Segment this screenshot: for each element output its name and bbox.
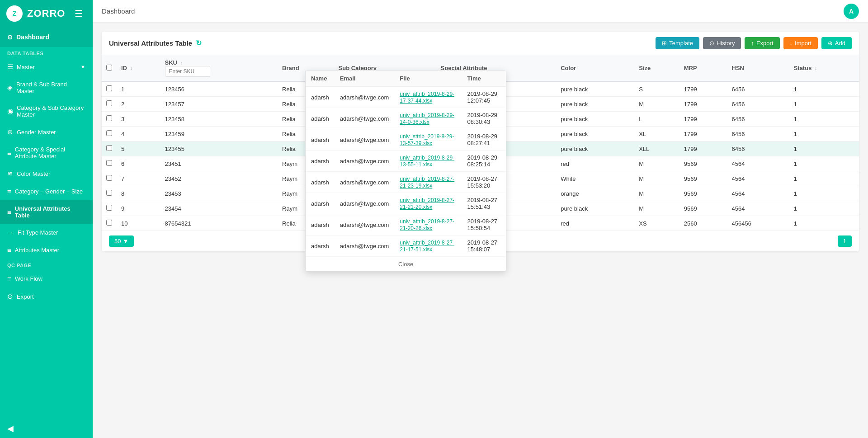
cell-id: 2: [117, 97, 160, 112]
file-link[interactable]: univ_attrib_2019-8-27-21-20-26.xlsx: [400, 218, 454, 231]
logo-icon: Z: [6, 5, 23, 22]
row-checkbox[interactable]: [106, 220, 112, 226]
table-header: Universal Attributes Table ↻ ⊞ Template …: [102, 32, 859, 55]
history-table-head: Name Email File Time: [306, 71, 506, 87]
row-checkbox[interactable]: [106, 85, 112, 91]
cell-color: orange: [556, 186, 634, 201]
history-cell-file[interactable]: univ_attrib_2019-8-27-21-20-26.xlsx: [394, 214, 462, 235]
history-cell-file[interactable]: univ_sttrib_2019-8-29-13-57-39.xlsx: [394, 129, 462, 151]
sidebar-item-color[interactable]: ≋ Color Master: [0, 165, 93, 183]
cell-sku: 87654321: [160, 216, 278, 231]
page-number-button[interactable]: 1: [838, 235, 852, 247]
sidebar-item-special[interactable]: ≡ Category & Special Attribute Master: [0, 141, 93, 165]
sku-filter-input[interactable]: [165, 66, 210, 77]
sidebar-item-category[interactable]: ◉ Category & Sub Category Master: [0, 99, 93, 123]
sidebar-item-fit-type[interactable]: → Fit Type Master: [0, 224, 93, 241]
sidebar-item-universal[interactable]: ≡ Universal Attributes Table: [0, 200, 93, 224]
file-link[interactable]: univ_attrib_2019-8-29-17-37-44.xlsx: [400, 91, 454, 104]
cell-id: 7: [117, 171, 160, 186]
sidebar-item-workflow[interactable]: ≡ Work Flow: [0, 270, 93, 287]
export-button[interactable]: ↑ Export: [745, 37, 779, 49]
cat-gender-size-label: Category – Gender – Size: [15, 188, 83, 195]
row-checkbox[interactable]: [106, 100, 112, 106]
sidebar-item-brand[interactable]: ◈ Brand & Sub Brand Master: [0, 76, 93, 99]
row-checkbox[interactable]: [106, 115, 112, 121]
col-status: Status ↕: [789, 55, 859, 81]
collapse-sidebar-btn[interactable]: ◀: [0, 419, 93, 438]
history-cell-email: adarsh@twge.com: [335, 151, 395, 172]
page-size-value: 50: [114, 238, 121, 245]
history-cell-time: 2019-08-29 12:07:45: [462, 87, 506, 108]
sidebar-item-master[interactable]: ☰ Master ▼: [0, 58, 93, 76]
history-cell-email: adarsh@twge.com: [335, 214, 395, 235]
history-cell-file[interactable]: univ_attrib_2019-8-27-21-17-51.xlsx: [394, 235, 462, 257]
content-area: Universal Attributes Table ↻ ⊞ Template …: [93, 23, 868, 438]
cell-size: S: [634, 81, 679, 97]
history-cell-file[interactable]: univ_attrib_2019-8-29-17-37-44.xlsx: [394, 87, 462, 108]
cell-status: 1: [789, 141, 859, 156]
row-checkbox[interactable]: [106, 205, 112, 211]
cell-sku: 123457: [160, 97, 278, 112]
cell-hsn: 6456: [727, 81, 789, 97]
row-checkbox[interactable]: [106, 130, 112, 136]
cell-mrp: 1799: [679, 112, 727, 127]
master-icon: ☰: [7, 63, 13, 71]
history-row: adarsh adarsh@twge.com univ_attrib_2019-…: [306, 214, 506, 235]
history-cell-file[interactable]: univ_attrib_2019-8-29-13-55-11.xlsx: [394, 151, 462, 172]
refresh-icon[interactable]: ↻: [196, 39, 202, 47]
sidebar-item-cat-gender-size[interactable]: ≡ Category – Gender – Size: [0, 183, 93, 200]
hamburger-icon[interactable]: ☰: [71, 8, 86, 19]
history-cell-name: adarsh: [306, 193, 335, 214]
cell-color: pure black: [556, 141, 634, 156]
file-link[interactable]: univ_attrib_2019-8-27-21-23-19.xlsx: [400, 176, 454, 189]
row-checkbox[interactable]: [106, 160, 112, 166]
cell-sku: 23452: [160, 171, 278, 186]
sidebar-item-gender[interactable]: ⊕ Gender Master: [0, 123, 93, 141]
template-icon: ⊞: [662, 40, 667, 47]
history-row: adarsh adarsh@twge.com univ_attrib_2019-…: [306, 151, 506, 172]
add-button[interactable]: ⊕ Add: [821, 37, 852, 49]
file-link[interactable]: univ_attrib_2019-8-27-21-21-20.xlsx: [400, 197, 454, 210]
sidebar: Z ZORRO ☰ ⊙ Dashboard DATA TABLES ☰ Mast…: [0, 0, 93, 438]
page-size-arrow: ▼: [123, 238, 128, 245]
history-cell-time: 2019-08-29 08:27:41: [462, 129, 506, 151]
user-avatar[interactable]: A: [844, 4, 859, 19]
sidebar-item-attributes[interactable]: ≡ Attributes Master: [0, 241, 93, 259]
page-size-button[interactable]: 50 ▼: [109, 235, 134, 247]
row-checkbox[interactable]: [106, 190, 112, 196]
cell-sku: 23453: [160, 186, 278, 201]
history-cell-name: adarsh: [306, 108, 335, 129]
file-link[interactable]: univ_attrib_2019-8-27-21-17-51.xlsx: [400, 240, 454, 253]
cell-status: 1: [789, 186, 859, 201]
history-body: adarsh adarsh@twge.com univ_attrib_2019-…: [306, 87, 506, 257]
history-close-button[interactable]: Close: [306, 257, 506, 271]
row-checkbox[interactable]: [106, 175, 112, 181]
select-all-checkbox[interactable]: [106, 65, 112, 71]
file-link[interactable]: univ_sttrib_2019-8-29-13-57-39.xlsx: [400, 133, 454, 146]
row-checkbox[interactable]: [106, 145, 112, 151]
history-cell-name: adarsh: [306, 172, 335, 193]
cell-hsn: 4564: [727, 201, 789, 216]
file-link[interactable]: univ_attrib_2019-8-29-14-0-36.xlsx: [400, 112, 454, 125]
cell-status: 1: [789, 216, 859, 231]
col-mrp: MRP: [679, 55, 727, 81]
history-cell-file[interactable]: univ_attrib_2019-8-27-21-23-19.xlsx: [394, 172, 462, 193]
cell-mrp: 9569: [679, 186, 727, 201]
sidebar-item-dashboard[interactable]: ⊙ Dashboard: [0, 27, 93, 47]
cell-id: 8: [117, 186, 160, 201]
cell-size: M: [634, 201, 679, 216]
history-cell-file[interactable]: univ_attrib_2019-8-29-14-0-36.xlsx: [394, 108, 462, 129]
special-icon: ≡: [7, 149, 11, 157]
sidebar-item-export[interactable]: ⊙ Export: [0, 287, 93, 306]
import-button[interactable]: ↓ Import: [783, 37, 818, 49]
template-button[interactable]: ⊞ Template: [656, 37, 699, 49]
universal-icon: ≡: [7, 208, 11, 216]
history-button[interactable]: ⊙ History: [703, 37, 741, 49]
cell-color: red: [556, 156, 634, 171]
export-sidebar-label: Export: [17, 293, 34, 300]
history-cell-file[interactable]: univ_attrib_2019-8-27-21-21-20.xlsx: [394, 193, 462, 214]
file-link[interactable]: univ_attrib_2019-8-29-13-55-11.xlsx: [400, 155, 454, 168]
cell-id: 4: [117, 127, 160, 141]
history-overlay: Name Email File Time adarsh adarsh@twge.…: [305, 70, 506, 272]
cell-mrp: 1799: [679, 127, 727, 141]
